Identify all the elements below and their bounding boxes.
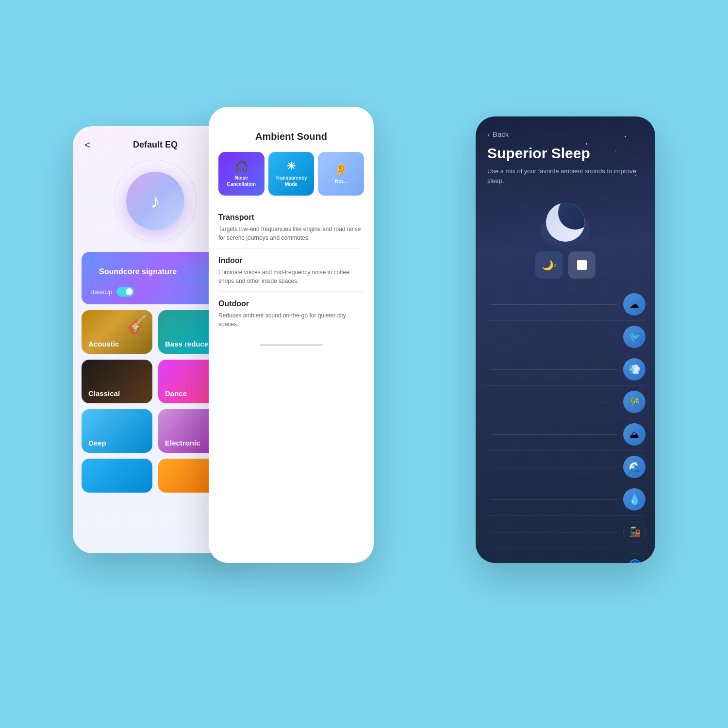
bird-line: [491, 337, 617, 337]
droplets-sound-item[interactable]: 💧: [485, 483, 645, 516]
bassup-row: BassUp: [90, 287, 220, 297]
eq-circle-inner[interactable]: ♪: [126, 172, 184, 230]
waves-icon-button[interactable]: 🌊: [623, 456, 645, 478]
nc-tab-label: NoiseCancellation: [227, 175, 256, 187]
sleep-back-row[interactable]: ‹ Back: [487, 130, 644, 138]
indoor-title: Indoor: [218, 256, 364, 265]
mountain-sound-item[interactable]: ⛰: [485, 418, 645, 451]
outdoor-title: Outdoor: [218, 299, 364, 308]
droplets-icon: 💧: [629, 494, 641, 505]
preset-blue[interactable]: [82, 459, 152, 493]
fan-icon-button[interactable]: 🌀: [623, 553, 645, 563]
star-1: [625, 136, 626, 137]
moon-shape: [546, 203, 585, 242]
droplets-icon-button[interactable]: 💧: [623, 488, 645, 511]
droplets-line: [491, 499, 617, 500]
outdoor-section: Outdoor Reduces ambient sound on-the-go …: [209, 292, 374, 334]
nc-tab[interactable]: 🎧 NoiseCancellation: [218, 152, 265, 196]
waves-line: [491, 467, 617, 467]
train-icon-button[interactable]: 🚂: [623, 521, 645, 543]
chime-icon-button[interactable]: 🎋: [623, 391, 645, 413]
normal-tab[interactable]: 👂 Nor...: [318, 152, 364, 196]
star-3: [635, 175, 636, 176]
rain-sound-item[interactable]: ☁: [485, 288, 645, 321]
music-note-icon: ♪: [150, 190, 160, 212]
rain-icon-button[interactable]: ☁: [623, 293, 645, 315]
transport-desc: Targets low-end frequencies like engine …: [218, 225, 364, 242]
transport-section: Transport Targets low-end frequencies li…: [209, 205, 374, 248]
eq-circle-outer: ♪: [114, 160, 197, 242]
bird-icon-button[interactable]: 🐦: [623, 326, 645, 348]
transparency-icon: ☀: [286, 160, 296, 173]
sleep-header: ‹ Back Superior Sleep Use a mix of your …: [476, 116, 655, 193]
transparency-tab[interactable]: ☀ TransparencyMode: [268, 152, 314, 196]
wind-icon-button[interactable]: 💨: [623, 358, 645, 381]
eq-title: Default EQ: [133, 140, 178, 150]
preset-grid: Acoustic Bass reducer Classical Dance De…: [82, 310, 229, 453]
sleep-sounds-list: ☁ 🐦 💨 🎋: [476, 288, 655, 563]
sleep-title: Superior Sleep: [487, 145, 644, 162]
wind-line: [491, 369, 617, 370]
mountain-icon-button[interactable]: ⛰: [623, 423, 645, 446]
scene: < Default EQ ♪ ✓ Soundcore signature Bas…: [73, 97, 655, 631]
rain-line: [491, 304, 617, 305]
signature-preset[interactable]: ✓ Soundcore signature BassUp: [82, 252, 229, 304]
sleep-description: Use a mix of your favorite ambient sound…: [487, 166, 644, 185]
train-icon: 🚂: [629, 526, 641, 538]
chime-icon: 🎋: [629, 396, 641, 408]
mountain-icon: ⛰: [629, 429, 639, 440]
deep-preset[interactable]: Deep: [82, 409, 152, 453]
mountain-line: [491, 434, 617, 435]
chime-line: [491, 402, 617, 402]
fan-sound-item[interactable]: 🌀: [485, 548, 645, 563]
bassup-toggle[interactable]: [116, 287, 134, 297]
right-phone-card: ‹ Back Superior Sleep Use a mix of your …: [476, 116, 655, 563]
eq-back-button[interactable]: <: [84, 139, 91, 151]
sleep-controls: 🌙 z: [535, 251, 596, 279]
middle-phone-card: Ambient Sound 🎧 NoiseCancellation ☀ Tran…: [209, 107, 374, 563]
sleep-back-label[interactable]: Back: [493, 130, 509, 138]
outdoor-desc: Reduces ambient sound on-the-go for quie…: [218, 311, 364, 329]
wind-icon: 💨: [629, 364, 641, 375]
bird-icon: 🐦: [629, 331, 641, 343]
preset-bottom-row: [82, 459, 229, 493]
chime-sound-item[interactable]: 🎋: [485, 386, 645, 418]
dance-label: Dance: [165, 389, 187, 397]
moon-scene: 🌙 z: [476, 193, 655, 288]
deep-label: Deep: [88, 439, 106, 447]
ambient-title: Ambient Sound: [218, 131, 364, 142]
home-indicator: [260, 344, 323, 346]
wind-sound-item[interactable]: 💨: [485, 353, 645, 386]
classical-label: Classical: [88, 389, 120, 397]
train-sound-item[interactable]: 🚂: [485, 516, 645, 548]
normal-tab-label: Nor...: [335, 178, 347, 184]
back-chevron-icon: ‹: [487, 130, 490, 138]
mode-tabs: 🎧 NoiseCancellation ☀ TransparencyMode 👂…: [209, 152, 374, 196]
ambient-header: Ambient Sound: [209, 107, 374, 152]
indoor-desc: Eliminate voices and mid-frequency noise…: [218, 268, 364, 285]
acoustic-preset[interactable]: Acoustic: [82, 310, 152, 354]
sleep-mode-button[interactable]: 🌙 z: [535, 251, 563, 279]
train-line: [491, 532, 617, 532]
fan-icon: 🌀: [629, 559, 641, 563]
signature-name: Soundcore signature: [90, 260, 220, 284]
star-4: [586, 143, 587, 145]
acoustic-label: Acoustic: [88, 340, 119, 348]
classical-preset[interactable]: Classical: [82, 360, 152, 403]
waves-sound-item[interactable]: 🌊: [485, 451, 645, 483]
bassup-label: BassUp: [90, 288, 113, 296]
star-2: [615, 150, 616, 151]
indoor-section: Indoor Eliminate voices and mid-frequenc…: [209, 248, 374, 291]
transport-title: Transport: [218, 213, 364, 222]
waves-icon: 🌊: [629, 461, 641, 473]
rain-icon: ☁: [629, 298, 639, 310]
nc-icon: 🎧: [235, 160, 248, 173]
stop-icon: [577, 260, 587, 270]
sleep-stop-button[interactable]: [568, 251, 596, 279]
normal-icon: 👂: [334, 164, 347, 176]
bird-sound-item[interactable]: 🐦: [485, 321, 645, 353]
transparency-tab-label: TransparencyMode: [275, 175, 307, 187]
electronic-label: Electronic: [165, 439, 200, 447]
bass-reducer-label: Bass reducer: [165, 340, 211, 348]
